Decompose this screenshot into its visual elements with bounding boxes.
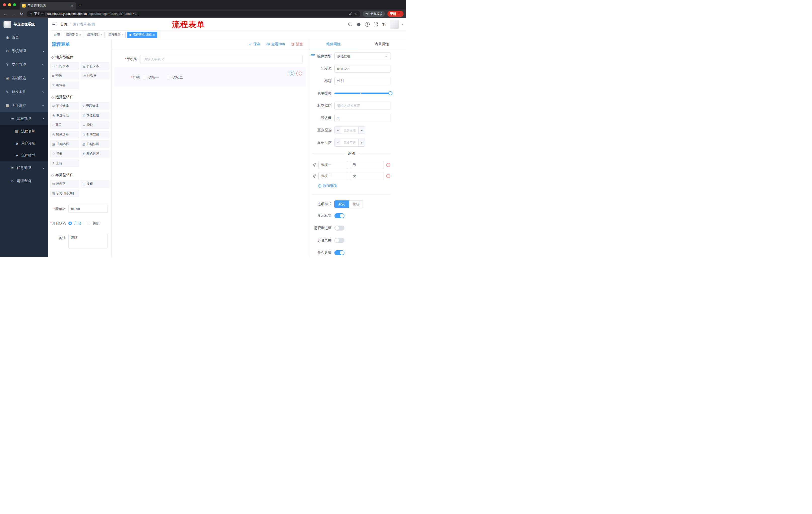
copy-component-button[interactable] [289, 71, 294, 76]
style-default-button[interactable]: 默认 [335, 200, 349, 208]
slider-handle[interactable] [388, 91, 393, 95]
decrease-button[interactable]: − [335, 139, 341, 146]
sidebar-item-infrastructure[interactable]: ▣ 基础设施 [0, 72, 48, 85]
form-remark-textarea[interactable]: 嘿嘿 [68, 234, 108, 248]
drag-handle-icon[interactable] [312, 174, 316, 178]
checkbox-icon[interactable] [167, 76, 170, 79]
fullscreen-icon[interactable] [374, 22, 378, 27]
component-date-range[interactable]: ▧日期范围 [81, 140, 110, 148]
component-upload[interactable]: ↥上传 [50, 159, 79, 167]
forward-icon[interactable]: → [10, 12, 16, 16]
view-json-button[interactable]: 查看json [266, 42, 285, 47]
component-select[interactable]: ◎下拉选择 [50, 102, 79, 110]
component-rate[interactable]: ☆评分 [50, 150, 79, 157]
slider-track[interactable] [335, 92, 390, 94]
option-label-input[interactable] [318, 161, 348, 169]
bookmark-star-icon[interactable]: ☆ [354, 12, 357, 16]
tag-close-icon[interactable]: × [153, 33, 155, 37]
save-button[interactable]: 保存 [248, 42, 260, 47]
url-bar[interactable]: ⚠ 不安全 dashboard.yudao.iocoder.cn/bpm/man… [27, 10, 360, 17]
sidebar-item-system[interactable]: ⚙ 系统管理 [0, 44, 48, 58]
delete-component-button[interactable] [296, 71, 302, 76]
component-time-picker[interactable]: ◴时间选择 [50, 131, 79, 138]
sidebar-item-home[interactable]: ◉ 首页 [0, 31, 48, 44]
component-table[interactable]: ▦表格[开发中] [50, 190, 79, 197]
zoom-window-button[interactable] [13, 3, 16, 6]
option-value-input[interactable] [350, 172, 384, 180]
phone-input[interactable] [140, 55, 302, 64]
disabled-toggle[interactable] [335, 238, 344, 243]
component-multi-line-text[interactable]: ▤多行文本 [81, 62, 110, 70]
remove-option-icon[interactable] [386, 174, 390, 178]
increase-button[interactable]: + [358, 127, 365, 134]
tag-process-form[interactable]: 流程表单 × [106, 32, 126, 38]
minimize-window-button[interactable] [8, 3, 11, 6]
key-icon[interactable] [349, 12, 352, 16]
tag-home[interactable]: 首页 [52, 32, 62, 38]
remove-option-icon[interactable] [386, 163, 390, 167]
required-toggle[interactable] [335, 250, 344, 255]
sidebar-item-process-form[interactable]: ▤ 流程表单 [0, 125, 48, 137]
avatar[interactable] [390, 20, 399, 29]
tag-close-icon[interactable]: × [100, 33, 102, 37]
browser-menu-icon[interactable]: ⋮ [398, 12, 401, 16]
tab-component-props[interactable]: 组件属性 [309, 39, 358, 49]
field-name-input[interactable] [335, 64, 390, 73]
sidebar-item-user-group[interactable]: ☻ 用户分组 [0, 137, 48, 150]
form-name-input[interactable] [68, 205, 108, 213]
show-label-toggle[interactable] [335, 213, 344, 218]
update-browser-button[interactable]: 更新 ⋮ [387, 11, 404, 17]
checkbox-option-1[interactable]: 选项一 [143, 76, 159, 80]
component-button[interactable]: ▢按钮 [81, 180, 110, 188]
docs-help-icon[interactable]: ? [365, 22, 370, 27]
font-size-icon[interactable]: TT [382, 22, 386, 26]
default-value-input[interactable] [335, 114, 390, 122]
component-cascader[interactable]: ⋎级联选择 [81, 102, 110, 110]
component-password[interactable]: ◙密码 [50, 72, 79, 79]
radio-on[interactable] [68, 221, 72, 225]
min-select-input[interactable] [341, 127, 358, 134]
tag-process-form-edit[interactable]: 流程表单-编辑 × [127, 32, 157, 38]
drag-handle-icon[interactable] [312, 163, 316, 167]
avatar-caret-icon[interactable]: ▾ [402, 23, 403, 26]
increase-button[interactable]: + [358, 139, 365, 146]
breadcrumb-home[interactable]: 首页 [60, 22, 67, 27]
component-counter[interactable]: 123计数器 [81, 72, 110, 79]
sidebar-item-devtools[interactable]: ✎ 研发工具 [0, 85, 48, 99]
radio-off-label[interactable]: 关闭 [92, 219, 99, 227]
option-value-input[interactable] [350, 161, 384, 169]
canvas-field-gender-selected[interactable]: *性别 选项一 选项二 [114, 67, 306, 86]
grid-slider[interactable] [335, 89, 390, 97]
title-input[interactable] [335, 77, 390, 85]
component-time-range[interactable]: ◷时间范围 [81, 131, 110, 138]
tag-process-model[interactable]: 流程模型 × [85, 32, 105, 38]
search-icon[interactable] [348, 22, 352, 27]
border-toggle[interactable] [335, 225, 344, 231]
component-checkbox-group[interactable]: ☑多选框组 [81, 112, 110, 119]
sidebar-item-leave-query[interactable]: ☺ 请假查询 [0, 174, 48, 188]
tab-form-props[interactable]: 表单属性 [358, 39, 406, 49]
tag-close-icon[interactable]: × [79, 33, 81, 37]
clear-button[interactable]: 清空 [291, 42, 303, 47]
radio-off[interactable] [87, 221, 90, 225]
component-color-picker[interactable]: ◩颜色选择 [81, 150, 110, 157]
sidebar-item-task-management[interactable]: ⚑ 任务管理 [0, 161, 48, 174]
component-editor[interactable]: ✎编辑器 [50, 81, 79, 89]
radio-on-label[interactable]: 开启 [74, 219, 81, 227]
sidebar-item-process-management[interactable]: ≔ 流程管理 [0, 112, 48, 125]
tab-close-icon[interactable]: × [70, 4, 74, 8]
github-icon[interactable] [356, 22, 361, 27]
decrease-button[interactable]: − [335, 127, 341, 134]
component-type-select[interactable]: 多选框组 [335, 52, 390, 60]
component-radio-group[interactable]: ◉单选框组 [50, 112, 79, 119]
component-row-container[interactable]: ⊞行容器 [50, 180, 79, 188]
add-option-button[interactable]: 添加选项 [318, 184, 390, 188]
sidebar-item-process-model[interactable]: ➤ 流程模型 [0, 150, 48, 161]
style-button-button[interactable]: 按钮 [349, 200, 363, 208]
component-slider[interactable]: ↔滑块 [81, 121, 110, 129]
component-switch[interactable]: ◐开关 [50, 121, 79, 129]
hamburger-icon[interactable] [52, 22, 57, 26]
browser-tab[interactable]: 芋道管理系统 × [20, 2, 76, 9]
checkbox-icon[interactable] [143, 76, 146, 79]
security-label[interactable]: 不安全 [34, 12, 44, 16]
